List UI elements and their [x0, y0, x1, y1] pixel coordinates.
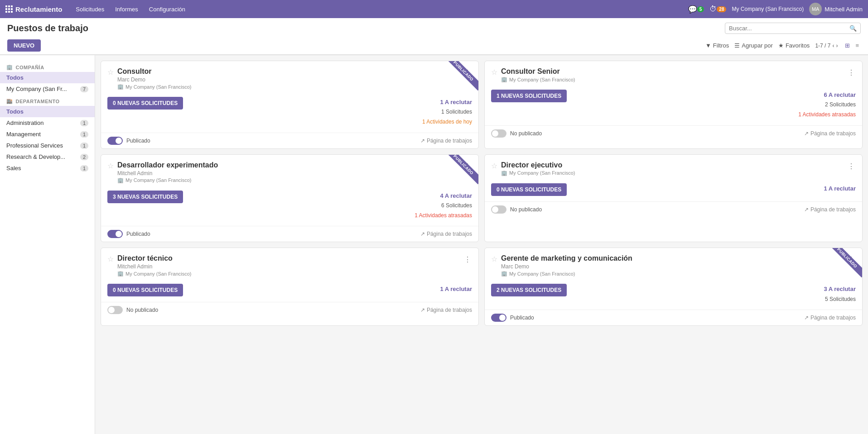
card-company: 🏢 My Company (San Francisco)	[117, 271, 192, 277]
user-name: Mitchell Admin	[825, 6, 863, 13]
card-header: ☆ Consultor Senior 🏢 My Company (San Fra…	[485, 61, 862, 86]
card-header: ☆ Gerente de marketing y comunicación Ma…	[485, 248, 862, 280]
toggle-label: Publicado	[126, 231, 150, 237]
filter-button[interactable]: ▼ Filtros	[705, 42, 729, 49]
card-solicitudes-btn[interactable]: 1 NUEVAS SOLICITUDES	[491, 90, 567, 102]
card-stat-2: 1 Actividades de hoy	[422, 117, 472, 127]
card-footer: Publicado ↗ Página de trabajos	[101, 226, 478, 242]
favorite-star[interactable]: ☆	[107, 162, 114, 170]
card-stats: 1 A reclutar	[824, 183, 856, 194]
card-solicitudes-btn[interactable]: 0 NUEVAS SOLICITUDES	[107, 97, 183, 110]
card-title[interactable]: Gerente de marketing y comunicación	[501, 254, 632, 262]
sidebar-item-sales[interactable]: Sales 1	[0, 162, 95, 174]
kanban-view-btn[interactable]: ⊞	[843, 41, 852, 50]
list-view-btn[interactable]: ≡	[854, 41, 861, 50]
job-card-consultor: PUBLICADO ☆ Consultor Marc Demo 🏢 My Com…	[101, 61, 479, 149]
card-title[interactable]: Consultor	[117, 67, 192, 76]
menu-informes[interactable]: Informes	[111, 4, 143, 14]
user-menu[interactable]: MA Mitchell Admin	[809, 3, 863, 15]
group-label: Agrupar por	[742, 42, 773, 49]
card-solicitudes-btn[interactable]: 3 NUEVAS SOLICITUDES	[107, 191, 183, 203]
card-stats: 1 A reclutar 1 Solicitudes 1 Actividades…	[422, 97, 472, 127]
card-header: ☆ Director ejecutivo 🏢 My Company (San F…	[485, 155, 862, 180]
favorites-button[interactable]: ★ Favoritos	[778, 42, 810, 49]
sidebar-item-professional-services[interactable]: Professional Services 1	[0, 140, 95, 151]
publish-toggle[interactable]	[107, 306, 123, 314]
card-footer: No publicado ↗ Página de trabajos	[101, 302, 478, 318]
card-stat-2: 1 Actividades atrasadas	[415, 211, 472, 221]
next-page[interactable]: ›	[836, 43, 838, 49]
sidebar-item-management[interactable]: Management 1	[0, 129, 95, 140]
pagination: 1-7 / 7 ‹ ›	[815, 43, 838, 49]
menu-solicitudes[interactable]: Solicitudes	[71, 4, 109, 14]
card-title[interactable]: Consultor Senior	[501, 67, 575, 76]
sidebar-item-research[interactable]: Research & Develop... 2	[0, 151, 95, 162]
publish-toggle[interactable]	[107, 137, 123, 145]
card-menu[interactable]: ⋮	[847, 67, 856, 78]
card-stat-1: 5 Solicitudes	[824, 295, 856, 305]
building-icon: 🏢	[117, 84, 124, 90]
job-page-link[interactable]: ↗ Página de trabajos	[420, 307, 472, 313]
card-title[interactable]: Desarrollador experimentado	[117, 161, 218, 169]
external-link-icon: ↗	[804, 206, 809, 213]
pagination-text: 1-7 / 7	[815, 43, 830, 49]
favorite-star[interactable]: ☆	[491, 68, 497, 76]
card-company: 🏢 My Company (San Francisco)	[117, 177, 218, 183]
publish-toggle[interactable]	[107, 230, 123, 238]
card-footer: Publicado ↗ Página de trabajos	[485, 310, 862, 325]
search-bar[interactable]: 🔍	[725, 23, 861, 34]
search-icon[interactable]: 🔍	[849, 25, 857, 32]
new-button[interactable]: NUEVO	[7, 39, 41, 52]
prev-page[interactable]: ‹	[832, 43, 834, 49]
card-title[interactable]: Director técnico	[117, 254, 192, 262]
publish-toggle[interactable]	[491, 129, 506, 138]
app-icon[interactable]: Reclutamiento	[5, 5, 68, 13]
ribbon-label: PUBLICADO	[444, 155, 478, 184]
sidebar: 🏢 COMPAÑÍA Todos My Company (San Fr... 7…	[0, 55, 95, 434]
card-title-area: ☆ Desarrollador experimentado Mitchell A…	[107, 161, 218, 183]
card-title-area: ☆ Consultor Marc Demo 🏢 My Company (San …	[107, 67, 192, 90]
publish-toggle[interactable]	[491, 205, 506, 214]
avatar: MA	[809, 3, 822, 15]
app-title: Reclutamiento	[15, 5, 62, 13]
card-body: 2 NUEVAS SOLICITUDES 3 A reclutar 5 Soli…	[485, 280, 862, 310]
card-title-area: ☆ Gerente de marketing y comunicación Ma…	[491, 254, 632, 277]
favorite-star[interactable]: ☆	[107, 68, 114, 76]
card-solicitudes-btn[interactable]: 0 NUEVAS SOLICITUDES	[491, 183, 567, 196]
card-title[interactable]: Director ejecutivo	[501, 161, 575, 169]
external-link-icon: ↗	[804, 315, 809, 321]
job-page-link[interactable]: ↗ Página de trabajos	[420, 231, 472, 237]
chat-badge[interactable]: 💬 5	[688, 5, 704, 14]
filter-label: Filtros	[713, 42, 729, 49]
favorite-star[interactable]: ☆	[491, 255, 497, 263]
card-solicitudes-btn[interactable]: 2 NUEVAS SOLICITUDES	[491, 284, 567, 296]
sidebar-item-dept-todos[interactable]: Todos	[0, 106, 95, 117]
sidebar-item-my-company[interactable]: My Company (San Fr... 7	[0, 83, 95, 95]
search-input[interactable]	[729, 25, 849, 32]
activity-badge[interactable]: ⏱ 28	[709, 5, 726, 13]
job-page-link[interactable]: ↗ Página de trabajos	[804, 315, 856, 321]
job-page-link[interactable]: ↗ Página de trabajos	[804, 130, 856, 137]
card-stat-main: 6 A reclutar	[798, 90, 856, 100]
card-stat-1: 2 Solicitudes	[798, 100, 856, 110]
cards-grid: PUBLICADO ☆ Consultor Marc Demo 🏢 My Com…	[101, 61, 863, 326]
card-menu[interactable]: ⋮	[463, 254, 472, 265]
company-selector[interactable]: My Company (San Francisco)	[732, 6, 804, 12]
card-solicitudes-btn[interactable]: 0 NUEVAS SOLICITUDES	[107, 284, 183, 296]
ribbon-label: PUBLICADO	[828, 248, 862, 277]
group-button[interactable]: ☰ Agrupar por	[734, 42, 773, 49]
job-page-link[interactable]: ↗ Página de trabajos	[420, 138, 472, 144]
publish-toggle[interactable]	[491, 314, 506, 322]
card-menu[interactable]: ⋮	[847, 161, 856, 172]
menu-configuracion[interactable]: Configuración	[145, 4, 190, 14]
ribbon: PUBLICADO	[442, 61, 478, 97]
toggle-area: Publicado	[491, 314, 534, 322]
toggle-area: No publicado	[491, 205, 542, 214]
job-page-link[interactable]: ↗ Página de trabajos	[804, 206, 856, 213]
sidebar-item-administration[interactable]: Administration 1	[0, 117, 95, 129]
favorite-star[interactable]: ☆	[107, 255, 114, 263]
favorite-star[interactable]: ☆	[491, 162, 497, 170]
filter-icon: ▼	[705, 42, 711, 49]
sidebar-item-company-todos[interactable]: Todos	[0, 72, 95, 83]
group-icon: ☰	[734, 42, 740, 49]
